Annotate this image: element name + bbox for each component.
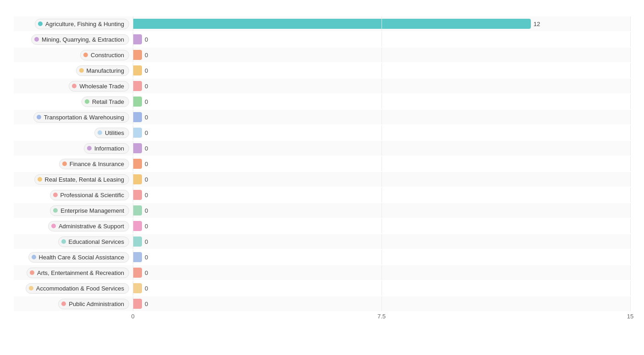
bar-fill: [133, 237, 142, 247]
bar-value-label: 12: [534, 21, 540, 27]
grid-line: [382, 16, 382, 31]
bar-label: Accommodation & Food Services: [14, 281, 133, 296]
bar-track: 0: [133, 156, 630, 171]
industry-label: Professional & Scientific: [60, 192, 124, 199]
label-dot-icon: [85, 99, 89, 104]
label-dot-icon: [53, 208, 58, 213]
bar-row: Information0: [14, 141, 630, 156]
bar-row: Manufacturing0: [14, 63, 630, 78]
bar-value-label: 0: [145, 238, 148, 245]
bar-row: Utilities0: [14, 125, 630, 140]
bar-label: Utilities: [14, 125, 133, 140]
bar-fill: [133, 143, 142, 153]
bar-fill: [133, 174, 142, 184]
grid-line: [133, 110, 133, 124]
bar-value-label: 0: [145, 145, 148, 152]
grid-line: [382, 203, 382, 218]
bar-label: Administrative & Support: [14, 219, 133, 233]
grid-line: [133, 79, 133, 93]
bar-fill: [133, 299, 142, 309]
bar-fill: [133, 190, 142, 200]
grid-line: [630, 125, 631, 140]
label-dot-icon: [34, 37, 39, 42]
label-dot-icon: [79, 68, 84, 73]
grid-line: [133, 125, 133, 140]
label-dot-icon: [53, 193, 58, 197]
industry-label: Finance & Insurance: [70, 161, 124, 167]
grid-line: [382, 172, 382, 187]
grid-line: [630, 63, 631, 78]
bar-track: 0: [133, 281, 630, 296]
bar-value-label: 0: [145, 254, 148, 261]
bar-label: Mining, Quarrying, & Extraction: [14, 32, 133, 47]
bar-row: Public Administration0: [14, 296, 630, 311]
grid-line: [382, 156, 382, 171]
industry-label: Health Care & Social Assistance: [39, 254, 124, 261]
grid-line: [630, 203, 631, 218]
bar-track: 0: [133, 219, 630, 233]
bar-fill: [133, 221, 142, 231]
bar-fill: [133, 112, 142, 122]
bar-row: Educational Services0: [14, 234, 630, 249]
grid-line: [133, 188, 133, 202]
label-dot-icon: [83, 53, 88, 57]
label-dot-icon: [37, 115, 41, 119]
bar-value-label: 0: [145, 223, 148, 230]
industry-label: Wholesale Trade: [79, 83, 124, 90]
grid-line: [630, 94, 631, 109]
industry-label: Manufacturing: [87, 67, 124, 74]
bar-row: Health Care & Social Assistance0: [14, 250, 630, 264]
bar-track: 0: [133, 48, 630, 62]
bar-track: 0: [133, 125, 630, 140]
grid-line: [133, 296, 133, 311]
bar-row: Real Estate, Rental & Leasing0: [14, 172, 630, 187]
label-dot-icon: [38, 22, 43, 26]
bar-track: 0: [133, 203, 630, 218]
label-dot-icon: [30, 270, 34, 275]
bar-label: Construction: [14, 48, 133, 62]
grid-line: [382, 265, 382, 280]
industry-label: Construction: [91, 52, 124, 59]
grid-line: [133, 219, 133, 233]
bar-track: 0: [133, 110, 630, 124]
industry-label: Arts, Entertainment & Recreation: [37, 269, 124, 276]
bar-fill: [133, 50, 142, 60]
bar-value-label: 0: [145, 301, 148, 307]
grid-line: [630, 156, 631, 171]
bar-value-label: 0: [145, 36, 148, 43]
bar-label: Transportation & Warehousing: [14, 110, 133, 124]
bar-row: Construction0: [14, 48, 630, 62]
bar-row: Enterprise Management0: [14, 203, 630, 218]
bar-track: 0: [133, 250, 630, 264]
bar-label: Real Estate, Rental & Leasing: [14, 172, 133, 187]
label-dot-icon: [87, 146, 92, 151]
grid-line: [133, 16, 133, 31]
bar-fill: [133, 97, 142, 107]
grid-line: [382, 32, 382, 47]
label-dot-icon: [32, 255, 36, 259]
grid-line: [382, 219, 382, 233]
label-dot-icon: [29, 286, 33, 290]
grid-line: [630, 296, 631, 311]
bar-label: Arts, Entertainment & Recreation: [14, 265, 133, 280]
bar-value-label: 0: [145, 114, 148, 121]
bar-label: Finance & Insurance: [14, 156, 133, 171]
bar-label: Professional & Scientific: [14, 188, 133, 202]
grid-line: [133, 48, 133, 62]
bar-label: Retail Trade: [14, 94, 133, 109]
label-dot-icon: [61, 239, 66, 244]
bar-fill: [133, 205, 142, 215]
bar-label: Agriculture, Fishing & Hunting: [14, 16, 133, 31]
grid-line: [630, 141, 631, 156]
grid-line: [630, 265, 631, 280]
bar-value-label: 0: [145, 129, 148, 136]
bar-value-label: 0: [145, 176, 148, 183]
industry-label: Agriculture, Fishing & Hunting: [45, 21, 124, 27]
grid-line: [382, 94, 382, 109]
grid-line: [133, 281, 133, 296]
grid-line: [382, 48, 382, 62]
industry-label: Accommodation & Food Services: [36, 285, 124, 292]
bar-row: Mining, Quarrying, & Extraction0: [14, 32, 630, 47]
grid-line: [630, 172, 631, 187]
grid-line: [382, 234, 382, 249]
